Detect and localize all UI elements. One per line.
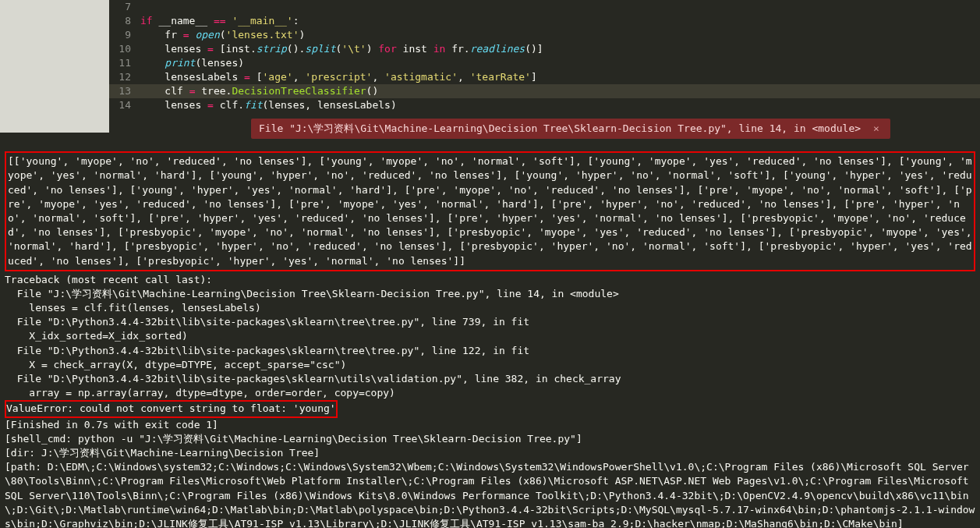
code-editor[interactable]: 7 8 if __name__ == '__main__': 9 fr = op… — [109, 0, 980, 139]
value-error-line: ValueError: could not convert string to … — [5, 400, 338, 417]
code-line[interactable]: lenses = clf.fit(lenses, lensesLabels) — [140, 98, 980, 112]
error-message: File "J:\学习资料\Git\Machine-Learning\Decis… — [259, 122, 861, 136]
shell-cmd-line: [shell_cmd: python -u "J:\学习资料\Git\Machi… — [5, 432, 975, 446]
code-line[interactable]: if __name__ == '__main__': — [140, 14, 980, 28]
traceback-line: array = np.array(array, dtype=dtype, ord… — [5, 386, 975, 400]
minimap-sidebar[interactable] — [0, 0, 109, 133]
editor-area: 7 8 if __name__ == '__main__': 9 fr = op… — [0, 0, 980, 139]
traceback-line: X = check_array(X, dtype=DTYPE, accept_s… — [5, 358, 975, 372]
highlight-box-data: [['young', 'myope', 'no', 'reduced', 'no… — [5, 151, 975, 271]
dir-line: [dir: J:\学习资料\Git\Machine-Learning\Decis… — [5, 446, 975, 460]
code-line[interactable] — [140, 0, 980, 14]
code-line[interactable]: clf = tree.DecisionTreeClassifier() — [140, 84, 980, 98]
close-icon[interactable]: × — [870, 122, 883, 136]
code-line[interactable]: lenses = [inst.strip().split('\t') for i… — [140, 42, 980, 56]
line-number: 10 — [109, 42, 140, 56]
error-notification-bar: File "J:\学习资料\Git\Machine-Learning\Decis… — [251, 119, 890, 139]
build-output-panel[interactable]: [['young', 'myope', 'no', 'reduced', 'no… — [0, 148, 980, 528]
line-number: 8 — [109, 14, 140, 28]
traceback-line: File "J:\学习资料\Git\Machine-Learning\Decis… — [5, 287, 975, 301]
traceback-header: Traceback (most recent call last): — [5, 273, 975, 287]
line-number: 11 — [109, 56, 140, 70]
code-line[interactable]: fr = open('lenses.txt') — [140, 28, 980, 42]
traceback-line: lenses = clf.fit(lenses, lensesLabels) — [5, 301, 975, 315]
traceback-line: X_idx_sorted=X_idx_sorted) — [5, 329, 975, 343]
finished-line: [Finished in 0.7s with exit code 1] — [5, 418, 975, 432]
code-line[interactable]: lensesLabels = ['age', 'prescript', 'ast… — [140, 70, 980, 84]
line-number: 9 — [109, 28, 140, 42]
line-number: 14 — [109, 98, 140, 112]
traceback-line: File "D:\Python3.4.4-32bit\lib\site-pack… — [5, 344, 975, 358]
code-line[interactable]: print(lenses) — [140, 56, 980, 70]
traceback-line: File "D:\Python3.4.4-32bit\lib\site-pack… — [5, 372, 975, 386]
traceback-line: File "D:\Python3.4.4-32bit\lib\site-pack… — [5, 315, 975, 329]
path-line: [path: D:\EDM\;C:\Windows\system32;C:\Wi… — [5, 460, 975, 528]
output-data-print: [['young', 'myope', 'no', 'reduced', 'no… — [8, 154, 972, 268]
line-number: 7 — [109, 0, 140, 14]
line-number: 13 — [109, 84, 140, 98]
line-number: 12 — [109, 70, 140, 84]
